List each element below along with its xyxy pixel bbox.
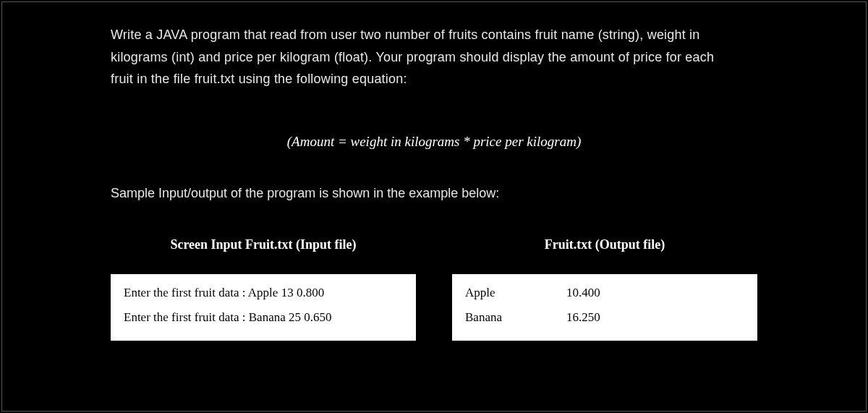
- output-header: Fruit.txt (Output file): [452, 237, 757, 252]
- output-row-2-value: 16.250: [566, 310, 600, 325]
- problem-line-3: fruit in the file fruit.txt using the fo…: [111, 72, 407, 86]
- output-file-box: Apple 10.400 Banana 16.250: [452, 274, 757, 341]
- document-container: Write a JAVA program that read from user…: [1, 1, 867, 412]
- output-row-2-name: Banana: [465, 310, 566, 325]
- problem-statement: Write a JAVA program that read from user…: [111, 24, 757, 90]
- equation-text: (Amount = weight in kilograms * price pe…: [111, 134, 757, 150]
- input-column: Screen Input Fruit.txt (Input file) Ente…: [111, 237, 416, 341]
- io-columns: Screen Input Fruit.txt (Input file) Ente…: [111, 237, 757, 341]
- problem-line-1: Write a JAVA program that read from user…: [111, 27, 700, 42]
- input-row-1: Enter the first fruit data : Apple 13 0.…: [124, 286, 403, 300]
- output-row-1-name: Apple: [465, 286, 566, 300]
- output-row-1: Apple 10.400: [465, 286, 744, 300]
- output-column: Fruit.txt (Output file) Apple 10.400 Ban…: [452, 237, 757, 341]
- input-header: Screen Input Fruit.txt (Input file): [111, 237, 416, 252]
- problem-line-2: kilograms (int) and price per kilogram (…: [111, 50, 714, 64]
- output-row-2: Banana 16.250: [465, 310, 744, 325]
- input-file-box: Enter the first fruit data : Apple 13 0.…: [111, 274, 416, 341]
- sample-label: Sample Input/output of the program is sh…: [111, 186, 757, 201]
- output-row-1-value: 10.400: [566, 286, 600, 300]
- input-row-2: Enter the first fruit data : Banana 25 0…: [124, 310, 403, 325]
